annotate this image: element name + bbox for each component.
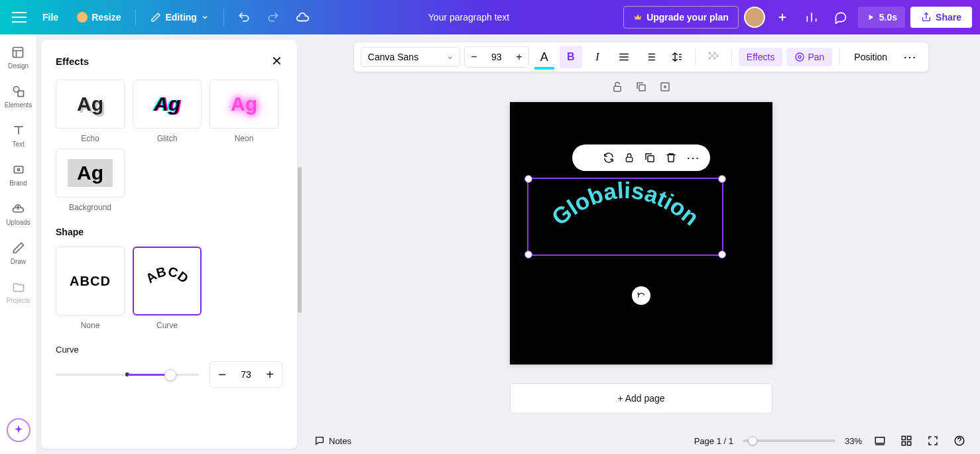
zoom-percent[interactable]: 33% <box>845 436 862 446</box>
resize-handle-tl[interactable] <box>524 175 532 183</box>
redo-icon <box>267 11 280 24</box>
lock-element-button[interactable] <box>624 152 635 163</box>
font-size-decrease[interactable]: − <box>465 47 483 67</box>
premium-icon <box>77 12 88 23</box>
element-more-button[interactable]: ⋯ <box>686 150 701 166</box>
effects-button[interactable]: Effects <box>739 48 783 66</box>
add-member-button[interactable] <box>770 5 794 29</box>
panel-title: Effects <box>56 56 89 67</box>
pan-icon <box>794 52 805 62</box>
resize-handle-bl[interactable] <box>524 251 532 258</box>
effect-background[interactable]: Ag <box>56 148 125 198</box>
hamburger-icon <box>12 17 27 18</box>
effect-sample: Ag <box>77 93 103 115</box>
magic-button[interactable] <box>7 418 31 442</box>
zoom-handle[interactable] <box>748 436 757 445</box>
text-selection-box[interactable]: Globalisation <box>527 178 723 256</box>
sidebar-item-elements[interactable]: Elements <box>5 84 32 109</box>
list-button[interactable] <box>639 46 662 68</box>
user-avatar[interactable] <box>744 7 765 28</box>
effect-neon[interactable]: Ag <box>210 80 278 129</box>
bottom-bar: Notes Page 1 / 1 33% <box>302 427 980 454</box>
sync-icon <box>603 152 615 164</box>
effect-label: Echo <box>56 134 125 143</box>
sync-button[interactable] <box>603 152 615 164</box>
slider-handle[interactable] <box>164 369 176 381</box>
zoom-slider[interactable] <box>743 439 835 442</box>
scrollbar-thumb[interactable] <box>298 167 302 313</box>
duplicate-icon <box>635 81 647 93</box>
notes-button[interactable]: Notes <box>314 435 351 446</box>
share-button[interactable]: Share <box>910 7 972 28</box>
font-size-increase[interactable]: + <box>510 47 528 67</box>
upgrade-label: Upgrade your plan <box>646 12 729 23</box>
grid-view-button[interactable] <box>898 432 915 449</box>
font-family-dropdown[interactable]: Canva Sans <box>361 47 460 67</box>
sidebar-label: Projects <box>6 297 30 304</box>
effects-panel: Effects ✕ AgEcho AgGlitch AgNeon AgBackg… <box>41 40 297 449</box>
close-panel-button[interactable]: ✕ <box>271 53 282 69</box>
bold-button[interactable]: B <box>560 46 582 68</box>
magic-edit-button[interactable] <box>582 152 593 164</box>
analytics-button[interactable] <box>800 5 824 29</box>
shape-curve[interactable]: ABCD <box>133 247 202 315</box>
page-controls <box>302 81 980 93</box>
file-menu[interactable]: File <box>36 7 65 28</box>
sidebar-item-uploads[interactable]: Uploads <box>6 201 31 226</box>
lock-button[interactable] <box>611 81 623 93</box>
effect-sample: Ag <box>231 93 257 115</box>
transparency-button[interactable] <box>702 46 725 68</box>
sidebar-item-design[interactable]: Design <box>8 45 29 70</box>
svg-text:ABCD: ABCD <box>143 264 192 286</box>
resize-button[interactable]: Resize <box>70 7 127 28</box>
duplicate-element-button[interactable] <box>644 152 656 164</box>
help-button[interactable] <box>951 432 968 449</box>
sidebar-item-projects[interactable]: Projects <box>6 280 30 304</box>
pan-button[interactable]: Pan <box>786 48 832 66</box>
comment-button[interactable] <box>829 5 853 29</box>
color-swatch <box>534 67 554 70</box>
alignment-button[interactable] <box>613 46 635 68</box>
resize-handle-br[interactable] <box>718 251 726 258</box>
italic-button[interactable]: I <box>586 46 609 68</box>
timer-value: 5.0s <box>879 12 897 23</box>
effect-glitch[interactable]: Ag <box>133 80 202 129</box>
present-timer-button[interactable]: 5.0s <box>858 7 905 28</box>
upgrade-button[interactable]: Upgrade your plan <box>623 6 739 28</box>
duplicate-page-button[interactable] <box>635 81 647 93</box>
shape-section-title: Shape <box>56 227 282 237</box>
effect-echo[interactable]: Ag <box>56 80 125 129</box>
undo-button[interactable] <box>232 5 256 29</box>
slides-icon <box>874 435 886 447</box>
panel-scrollbar[interactable] <box>297 34 302 454</box>
view-mode-button[interactable] <box>871 432 888 449</box>
cloud-icon <box>295 10 310 25</box>
font-size-input[interactable] <box>483 52 510 62</box>
svg-rect-22 <box>908 436 911 439</box>
sidebar-item-brand[interactable]: Brand <box>9 162 27 187</box>
sidebar-item-draw[interactable]: Draw <box>11 241 26 265</box>
curved-text-element[interactable]: Globalisation <box>528 179 722 255</box>
resize-handle-tr[interactable] <box>718 175 726 183</box>
text-color-button[interactable]: A <box>533 46 556 68</box>
delete-element-button[interactable] <box>665 152 677 164</box>
decrement-button[interactable]: − <box>210 362 234 387</box>
sidebar-item-text[interactable]: Text <box>11 123 26 148</box>
curve-slider[interactable] <box>56 368 199 381</box>
more-button[interactable]: ⋯ <box>899 46 922 68</box>
document-title[interactable]: Your paragraph text <box>320 12 618 23</box>
rotate-icon <box>637 291 646 300</box>
shape-none[interactable]: ABCD <box>56 247 125 315</box>
increment-button[interactable]: + <box>258 362 282 387</box>
canvas-page[interactable]: ⋯ Globalisation <box>510 102 772 365</box>
position-button[interactable]: Position <box>846 48 895 66</box>
add-page-button[interactable] <box>659 81 671 93</box>
add-page-bar[interactable]: + Add page <box>510 383 772 414</box>
editing-mode-dropdown[interactable]: Editing <box>144 7 215 28</box>
cloud-sync-button[interactable] <box>290 5 314 29</box>
fullscreen-button[interactable] <box>924 432 942 449</box>
menu-button[interactable] <box>8 13 31 22</box>
redo-button[interactable] <box>261 5 285 29</box>
spacing-button[interactable] <box>666 46 688 68</box>
rotate-handle[interactable] <box>632 286 650 305</box>
